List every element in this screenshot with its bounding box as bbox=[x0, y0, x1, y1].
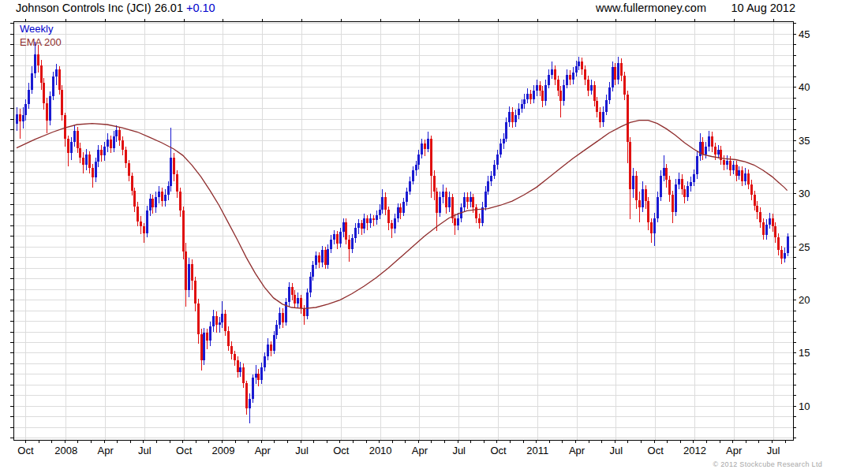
candle-up bbox=[417, 155, 420, 165]
candle-up bbox=[514, 115, 517, 122]
legend-timeframe: Weekly bbox=[20, 23, 53, 35]
price-chart: 1015202530354045Oct2008AprJulOct2009AprJ… bbox=[0, 0, 868, 473]
candle-down bbox=[140, 222, 142, 227]
candle-up bbox=[632, 176, 634, 190]
candle-up bbox=[499, 143, 502, 154]
candle-up bbox=[363, 218, 365, 229]
candle-down bbox=[61, 90, 63, 115]
candle-up bbox=[769, 218, 771, 225]
candle-down bbox=[629, 142, 631, 190]
candle-up bbox=[107, 140, 109, 147]
candle-up bbox=[765, 225, 768, 235]
candle-up bbox=[696, 156, 698, 174]
candle-down bbox=[399, 207, 402, 213]
candle-down bbox=[185, 251, 187, 291]
candle-up bbox=[73, 131, 76, 141]
candle-up bbox=[267, 345, 269, 356]
candle-down bbox=[230, 346, 233, 355]
candle-down bbox=[43, 83, 45, 103]
candle-up bbox=[485, 192, 487, 207]
candle-up bbox=[115, 130, 118, 136]
candle-down bbox=[557, 80, 559, 90]
price-change: +0.10 bbox=[183, 2, 215, 14]
candle-down bbox=[197, 304, 200, 334]
candle-up bbox=[22, 115, 24, 121]
candle-down bbox=[774, 226, 776, 236]
candle-down bbox=[237, 360, 239, 372]
candle-up bbox=[678, 179, 680, 184]
candle-up bbox=[705, 147, 707, 154]
candle-up bbox=[575, 66, 578, 73]
candle-down bbox=[445, 192, 447, 207]
candle-up bbox=[219, 322, 221, 325]
candle-up bbox=[470, 197, 472, 203]
candle-up bbox=[732, 165, 735, 170]
candle-up bbox=[663, 168, 665, 175]
candle-down bbox=[79, 148, 81, 158]
y-axis-label: 40 bbox=[799, 81, 810, 93]
candle-down bbox=[714, 147, 716, 154]
candle-up bbox=[544, 85, 547, 101]
candle-up bbox=[427, 139, 429, 149]
candle-up bbox=[376, 215, 378, 221]
candle-down bbox=[541, 91, 544, 101]
axis-frame bbox=[10, 19, 796, 443]
candle-down bbox=[529, 94, 532, 99]
candle-up bbox=[708, 136, 710, 147]
candle-up bbox=[439, 197, 441, 213]
candle-up bbox=[406, 192, 408, 202]
candle-up bbox=[642, 189, 644, 207]
candle-down bbox=[384, 197, 387, 210]
candle-up bbox=[55, 69, 58, 76]
candle-up bbox=[288, 287, 290, 302]
candle-down bbox=[759, 212, 761, 222]
candle-up bbox=[508, 112, 511, 122]
candle-down bbox=[303, 308, 305, 315]
candle-down bbox=[191, 264, 193, 281]
x-axis-label: Oct bbox=[176, 445, 193, 456]
candle-up bbox=[409, 181, 411, 192]
x-axis-label: Jul bbox=[295, 445, 309, 456]
candle-up bbox=[612, 67, 614, 88]
candle-down bbox=[436, 192, 438, 213]
candle-down bbox=[215, 316, 218, 325]
candle-up bbox=[602, 112, 604, 122]
candle-up bbox=[28, 90, 30, 105]
candle-down bbox=[206, 333, 208, 340]
candle-down bbox=[635, 176, 638, 200]
candle-up bbox=[657, 197, 659, 218]
candle-up bbox=[146, 210, 148, 233]
candle-down bbox=[143, 226, 145, 233]
candle-down bbox=[110, 140, 112, 148]
candle-down bbox=[361, 223, 363, 229]
candle-up bbox=[369, 218, 372, 224]
candle-up bbox=[448, 197, 451, 207]
candle-up bbox=[239, 367, 241, 373]
candle-down bbox=[754, 195, 756, 205]
candle-down bbox=[131, 176, 133, 191]
candle-up bbox=[95, 162, 97, 177]
candle-down bbox=[128, 163, 130, 176]
candle-down bbox=[40, 65, 43, 84]
y-axis-label: 35 bbox=[799, 135, 810, 147]
candle-down bbox=[750, 184, 753, 195]
candle-up bbox=[487, 181, 489, 192]
x-axis-label: Apr bbox=[412, 445, 428, 456]
candle-up bbox=[188, 264, 190, 291]
candle-up bbox=[590, 85, 593, 91]
candle-down bbox=[623, 76, 626, 95]
candle-up bbox=[381, 197, 383, 210]
x-axis-label: Oct bbox=[490, 445, 507, 456]
candle-down bbox=[466, 197, 469, 203]
candle-up bbox=[354, 228, 357, 238]
candle-down bbox=[318, 255, 320, 263]
x-axis-label: 2011 bbox=[526, 445, 548, 456]
x-axis-label: 2012 bbox=[683, 445, 706, 456]
candle-up bbox=[70, 142, 73, 154]
candle-down bbox=[176, 174, 178, 192]
candle-up bbox=[412, 170, 414, 181]
candle-down bbox=[234, 354, 236, 360]
site-url: www.fullermoney.com bbox=[596, 2, 706, 14]
x-axis-label: Apr bbox=[569, 445, 586, 456]
candle-down bbox=[647, 201, 649, 222]
